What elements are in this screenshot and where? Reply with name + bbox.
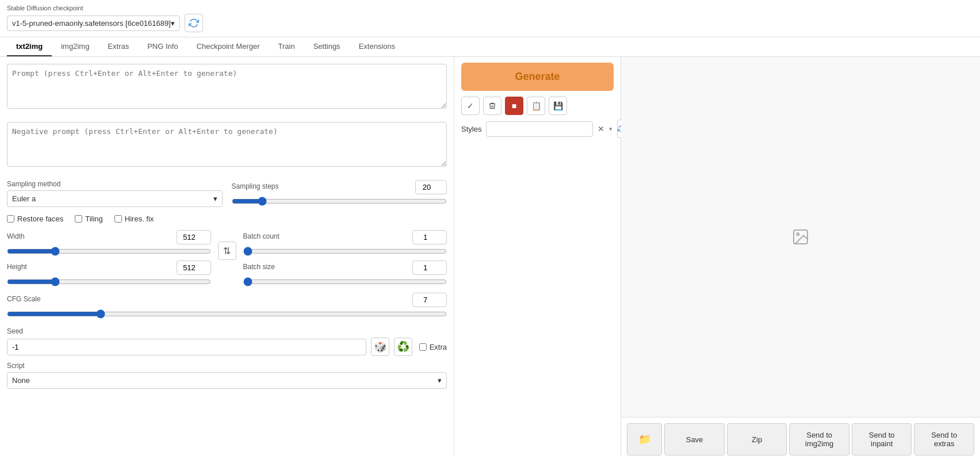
main-layout: 0/75 0/75 Sampling method Euler a ▾ Samp… <box>0 57 980 456</box>
batch-count-input[interactable] <box>412 230 447 244</box>
image-main: 📁 Save Zip Send toimg2img Send toinpaint… <box>621 57 980 456</box>
tab-checkpoint-merger[interactable]: Checkpoint Merger <box>187 37 269 56</box>
styles-clear-button[interactable]: ✕ <box>598 122 604 136</box>
styles-separator: ▾ <box>609 125 612 133</box>
zip-button[interactable]: Zip <box>727 423 787 455</box>
tiling-checkbox[interactable]: Tiling <box>75 214 103 223</box>
width-input[interactable] <box>177 230 211 244</box>
sampling-method-dropdown[interactable]: Euler a ▾ <box>7 190 223 207</box>
negative-prompt-wrapper: 0/75 <box>7 122 447 174</box>
tab-img2img[interactable]: img2img <box>52 37 98 56</box>
cfg-scale-label: CFG Scale <box>7 295 41 303</box>
batch-size-slider[interactable] <box>243 277 447 286</box>
seed-input[interactable] <box>7 339 366 355</box>
script-label: Script <box>7 362 447 370</box>
sampling-steps-label: Sampling steps <box>232 182 279 190</box>
restore-faces-checkbox[interactable]: Restore faces <box>7 214 63 223</box>
prompt-input[interactable] <box>7 64 447 109</box>
tab-extras[interactable]: Extras <box>98 37 138 56</box>
send-to-inpaint-button[interactable]: Send toinpaint <box>852 423 912 455</box>
image-area <box>621 57 980 417</box>
hires-fix-checkbox[interactable]: Hires. fix <box>114 214 154 223</box>
right-panel: Generate ✓ ■ 📋 💾 Styles <box>454 57 980 456</box>
tab-train[interactable]: Train <box>269 37 304 56</box>
save-button[interactable]: Save <box>664 423 725 455</box>
batch-size-input[interactable] <box>412 260 447 275</box>
send-to-extras-button[interactable]: Send toextras <box>914 423 974 455</box>
prompt-wrapper: 0/75 <box>7 64 447 116</box>
tab-txt2img[interactable]: txt2img <box>7 37 52 56</box>
script-dropdown[interactable]: None ▾ <box>7 372 447 389</box>
save-style-button[interactable]: 💾 <box>549 97 567 115</box>
checkpoint-label: Stable Diffusion checkpoint <box>7 5 973 12</box>
trash-button[interactable] <box>483 97 502 115</box>
width-slider[interactable] <box>7 247 211 256</box>
sampling-steps-input[interactable] <box>415 180 447 194</box>
height-label: Height <box>7 263 27 271</box>
script-section: Script None ▾ <box>7 362 447 389</box>
svg-point-1 <box>797 233 799 235</box>
batch-size-label: Batch size <box>243 263 275 271</box>
styles-label: Styles <box>461 125 481 133</box>
paste-button[interactable]: 📋 <box>527 97 545 115</box>
styles-input[interactable] <box>486 121 593 137</box>
extra-checkbox[interactable]: Extra <box>419 343 447 351</box>
approve-button[interactable]: ✓ <box>461 97 480 115</box>
generate-button[interactable]: Generate <box>461 63 614 91</box>
recycle-button[interactable]: ♻️ <box>394 338 412 356</box>
reload-checkpoint-button[interactable] <box>185 14 203 32</box>
top-bar: Stable Diffusion checkpoint v1-5-pruned-… <box>0 0 980 37</box>
tab-png-info[interactable]: PNG Info <box>138 37 187 56</box>
checkpoint-value: v1-5-pruned-emaonly.safetensors [6ce0161… <box>12 19 171 28</box>
sampling-method-label: Sampling method <box>7 180 223 188</box>
seed-label: Seed <box>7 327 447 335</box>
sampling-steps-slider[interactable] <box>232 197 447 206</box>
tab-settings[interactable]: Settings <box>304 37 350 56</box>
interrupt-button[interactable]: ■ <box>505 97 523 115</box>
swap-dimensions-button[interactable]: ⇅ <box>218 242 236 260</box>
cfg-scale-slider[interactable] <box>7 309 447 319</box>
dice-button[interactable]: 🎲 <box>371 338 389 356</box>
chevron-script-icon: ▾ <box>438 376 442 385</box>
open-folder-button[interactable]: 📁 <box>627 423 662 455</box>
checkboxes-row: Restore faces Tiling Hires. fix <box>7 214 447 223</box>
sampling-method-value: Euler a <box>12 194 36 203</box>
send-to-img2img-button[interactable]: Send toimg2img <box>789 423 849 455</box>
width-label: Width <box>7 232 25 240</box>
bottom-buttons: 📁 Save Zip Send toimg2img Send toinpaint… <box>621 417 980 456</box>
main-tabs: txt2img img2img Extras PNG Info Checkpoi… <box>0 37 980 57</box>
cfg-scale-input[interactable] <box>412 293 447 307</box>
seed-row: 🎲 ♻️ Extra <box>7 338 447 356</box>
script-value: None <box>12 376 30 385</box>
height-input[interactable] <box>177 260 211 275</box>
batch-count-slider[interactable] <box>243 247 447 256</box>
toolbar-row: ✓ ■ 📋 💾 <box>461 97 614 115</box>
height-slider[interactable] <box>7 277 211 286</box>
generate-sidebar: Generate ✓ ■ 📋 💾 Styles <box>454 57 621 456</box>
checkpoint-dropdown[interactable]: v1-5-pruned-emaonly.safetensors [6ce0161… <box>7 16 180 31</box>
negative-prompt-input[interactable] <box>7 122 447 167</box>
chevron-sampling-icon: ▾ <box>213 194 217 203</box>
chevron-down-icon: ▾ <box>171 19 175 28</box>
tab-extensions[interactable]: Extensions <box>350 37 405 56</box>
left-panel: 0/75 0/75 Sampling method Euler a ▾ Samp… <box>0 57 454 456</box>
batch-count-label: Batch count <box>243 232 280 240</box>
styles-row: Styles ✕ ▾ <box>461 120 614 138</box>
right-content: Generate ✓ ■ 📋 💾 Styles <box>454 57 980 456</box>
image-placeholder <box>791 228 810 246</box>
